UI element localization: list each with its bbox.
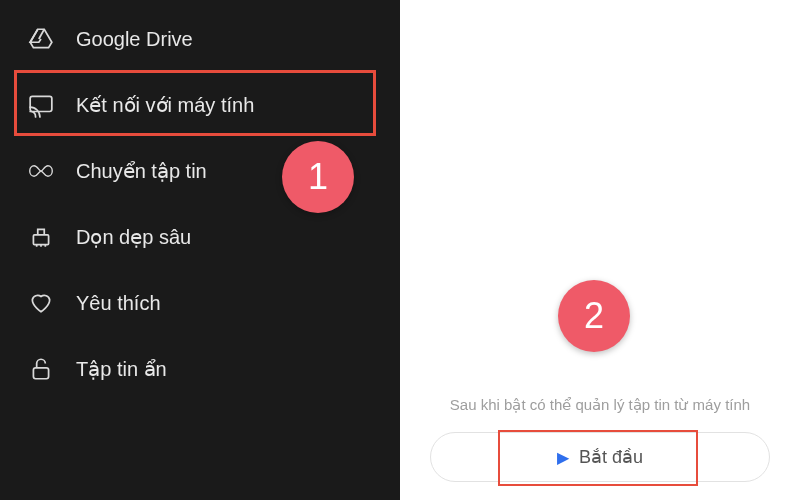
heart-icon — [28, 290, 54, 316]
lock-icon — [28, 356, 54, 382]
google-drive-icon — [28, 26, 54, 52]
start-button[interactable]: ▶ Bắt đầu — [430, 432, 770, 482]
menu-item-label: Chuyển tập tin — [76, 159, 207, 183]
menu-item-label: Yêu thích — [76, 292, 161, 315]
broom-icon — [28, 224, 54, 250]
infinity-icon — [28, 158, 54, 184]
svg-rect-2 — [33, 368, 48, 379]
settings-menu: Google Drive Kết nối với máy tính Chuyển… — [0, 0, 400, 500]
menu-item-connect-computer[interactable]: Kết nối với máy tính — [0, 72, 400, 138]
hint-text: Sau khi bật có thể quản lý tập tin từ má… — [400, 396, 800, 414]
menu-item-google-drive[interactable]: Google Drive — [0, 6, 400, 72]
start-button-label: Bắt đầu — [579, 446, 643, 468]
menu-item-label: Google Drive — [76, 28, 193, 51]
play-icon: ▶ — [557, 448, 569, 467]
cast-icon — [28, 92, 54, 118]
svg-rect-0 — [30, 96, 52, 111]
menu-item-hidden-files[interactable]: Tập tin ẩn — [0, 336, 400, 402]
svg-rect-1 — [33, 235, 48, 245]
menu-item-label: Dọn dẹp sâu — [76, 225, 191, 249]
menu-item-favorites[interactable]: Yêu thích — [0, 270, 400, 336]
connect-panel: Sau khi bật có thể quản lý tập tin từ má… — [400, 0, 800, 500]
annotation-step-2: 2 — [558, 280, 630, 352]
annotation-step-1: 1 — [282, 141, 354, 213]
menu-item-deep-clean[interactable]: Dọn dẹp sâu — [0, 204, 400, 270]
menu-item-label: Kết nối với máy tính — [76, 93, 254, 117]
menu-item-label: Tập tin ẩn — [76, 357, 167, 381]
